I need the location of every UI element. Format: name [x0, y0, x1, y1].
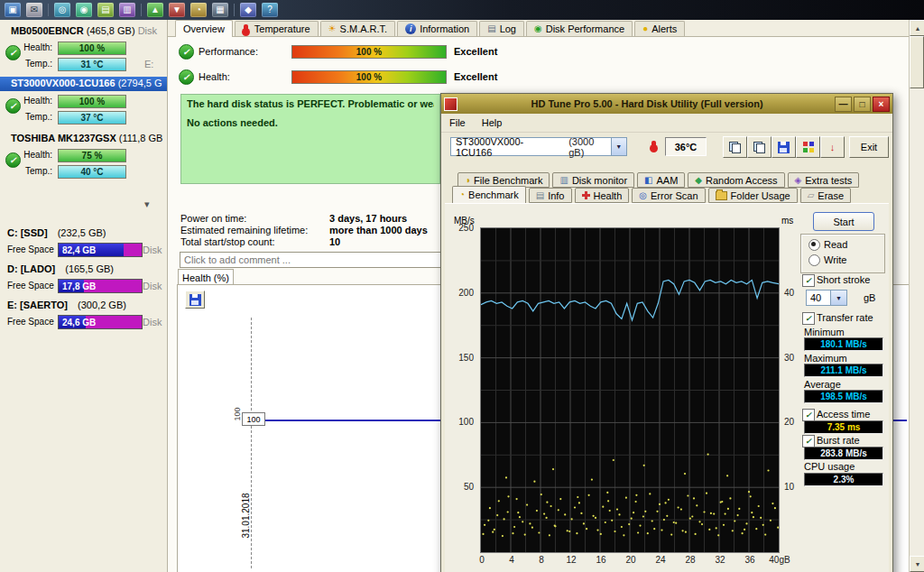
cpu-usage-label: CPU usage [804, 461, 855, 472]
tab-error-scan[interactable]: ◎Error Scan [632, 188, 705, 203]
minimize-button[interactable]: — [835, 97, 852, 112]
schedule-icon[interactable]: ◔ [190, 3, 207, 17]
scroll-down-button[interactable]: ▼ [910, 556, 924, 572]
tab-log[interactable]: ▤Log [479, 21, 524, 36]
value-marker: 100 [242, 412, 265, 426]
disk-performance-icon: ◉ [534, 24, 542, 33]
temp-bar: 37 °C [58, 111, 126, 125]
access-time-label: Access time [817, 409, 870, 420]
scroll-up-button[interactable]: ▲ [910, 20, 924, 36]
health-label: Health: [199, 71, 230, 82]
partition-item-e[interactable]: E: [SAERTO] (300,2 GB) Free Space 24,6 G… [0, 298, 167, 334]
tab-temperature[interactable]: Temperature [235, 21, 319, 36]
export-button[interactable]: ↓ [820, 136, 845, 158]
save-button[interactable] [772, 136, 796, 158]
health-bar: 100 % [58, 95, 126, 108]
tick-label: 250 [458, 223, 474, 233]
tab-disk-performance[interactable]: ◉Disk Performance [526, 21, 633, 36]
tab-aam[interactable]: ◧AAM [637, 172, 685, 188]
disk-name: MB0500EBNCR [11, 25, 84, 36]
tab-alerts[interactable]: ●Alerts [634, 21, 685, 36]
disk-item-toshiba[interactable]: ✓ TOSHIBA MK1237GSX (111,8 GB Health: 75… [0, 131, 167, 183]
access-time-checkbox[interactable]: ✓ [802, 409, 815, 421]
date-axis-label: 31.01.2018 [241, 484, 251, 548]
disk-remove-icon[interactable]: ▼ [169, 3, 185, 17]
temp-label: Temp.: [0, 112, 52, 122]
tab-benchmark[interactable]: ◔Benchmark [452, 186, 526, 203]
read-radio[interactable] [808, 239, 820, 251]
tab-random-access[interactable]: ◆Random Access [688, 172, 784, 188]
drive-select[interactable]: ST3000VX000-1CU166 (3000 gB) ▼ [450, 137, 627, 156]
tab-disk-monitor[interactable]: ▥Disk monitor [552, 172, 634, 188]
write-radio[interactable] [808, 254, 820, 266]
free-space-bar: 17,8 GB [58, 279, 143, 293]
transfer-rate-checkbox[interactable]: ✓ [802, 312, 815, 325]
save-chart-button[interactable] [185, 291, 205, 309]
close-button[interactable]: × [873, 97, 890, 112]
toolbar-separator [141, 4, 142, 16]
tab-folder-usage[interactable]: Folder Usage [708, 188, 798, 203]
maximize-button[interactable]: □ [854, 97, 871, 112]
scroll-more-icon[interactable]: ▾ [144, 198, 150, 210]
tab-overview[interactable]: Overview [175, 20, 233, 37]
tab-info[interactable]: ▤Info [529, 188, 572, 203]
tick-label: 0 [470, 555, 494, 565]
tick-label: 40 [784, 288, 794, 298]
disk-size: (2794,5 G [118, 78, 162, 88]
search-icon[interactable]: ◎ [54, 3, 70, 17]
start-button[interactable]: Start [813, 212, 874, 231]
help-icon[interactable]: ? [262, 3, 278, 17]
partition-item-c[interactable]: C: [SSD] (232,5 GB) Free Space 82,4 GB D… [0, 226, 167, 262]
copy-text-button[interactable] [723, 136, 747, 158]
maximum-value: 211.1 MB/s [804, 364, 883, 377]
burst-rate-checkbox[interactable]: ✓ [802, 435, 815, 447]
extra-tests-icon: ◈ [795, 176, 802, 185]
copy-image-icon [753, 142, 765, 153]
info-icon: ▤ [536, 191, 544, 200]
health-bar: 100 % [58, 42, 126, 55]
health-chart-tab[interactable]: Health (%) [178, 269, 234, 285]
tab-information[interactable]: iInformation [397, 21, 477, 36]
random-access-icon: ◆ [695, 176, 702, 185]
menu-help[interactable]: Help [474, 115, 511, 130]
computer-icon[interactable]: ▣ [5, 3, 21, 17]
disk-item-mb0500[interactable]: ✓ MB0500EBNCR (465,8 GB) Disk Health: 10… [0, 23, 167, 76]
transfer-rate-label: Transfer rate [817, 312, 873, 323]
partition-item-d[interactable]: D: [LADO] (165,5 GB) Free Space 17,8 GB … [0, 262, 167, 298]
short-stroke-checkbox[interactable]: ✓ [802, 274, 815, 287]
tick-label: 24 [649, 555, 672, 565]
settings-icon[interactable]: ◆ [240, 3, 256, 17]
disk-add-icon[interactable]: ▲ [147, 3, 163, 17]
free-space-bar: 24,6 GB [58, 315, 143, 329]
disk-name: ST3000VX000-1CU166 [11, 78, 116, 88]
chart-icon[interactable]: ▥ [119, 3, 135, 17]
tab-smart[interactable]: ☀S.M.A.R.T. [320, 21, 396, 36]
copy-image-button[interactable] [747, 136, 772, 158]
cpu-usage-value: 2.3% [804, 473, 883, 486]
dropdown-arrow-icon: ▼ [830, 291, 846, 305]
comment-input[interactable] [180, 252, 441, 268]
tick-label: 150 [458, 353, 474, 363]
drive-size: (3000 gB) [568, 136, 610, 158]
disk-monitor-icon: ▥ [559, 176, 568, 185]
hdtune-titlebar[interactable]: HD Tune Pro 5.00 - Hard Disk Utility (Fu… [441, 94, 892, 114]
tab-health[interactable]: Health [575, 188, 630, 203]
lifetime-value: more than 1000 days [329, 225, 428, 235]
short-stroke-label: Short stroke [817, 274, 870, 285]
menu-file[interactable]: File [441, 115, 474, 130]
health-label: Health: [0, 96, 52, 106]
main-scrollbar[interactable]: ▲ ▼ [909, 20, 924, 572]
exit-button[interactable]: Exit [849, 136, 889, 158]
disk-item-st3000-selected[interactable]: ST3000VX000-1CU166 (2794,5 G ✓ Health: 1… [0, 77, 167, 129]
zoom-icon[interactable]: ◉ [76, 3, 92, 17]
tab-extra-tests[interactable]: ◈Extra tests [788, 172, 860, 188]
short-stroke-size-select[interactable]: 40 ▼ [806, 290, 847, 306]
scroll-thumb[interactable] [910, 36, 924, 88]
mail-icon[interactable]: ✉ [26, 3, 42, 17]
tab-erase[interactable]: ▱Erase [800, 188, 851, 203]
screenshot-button[interactable] [796, 136, 820, 158]
report-icon[interactable]: ▤ [97, 3, 114, 17]
tick-label: 16 [589, 555, 613, 565]
x-axis-labels: 0481216202428323640gB [480, 555, 778, 566]
gallery-icon[interactable]: ▦ [212, 3, 228, 17]
